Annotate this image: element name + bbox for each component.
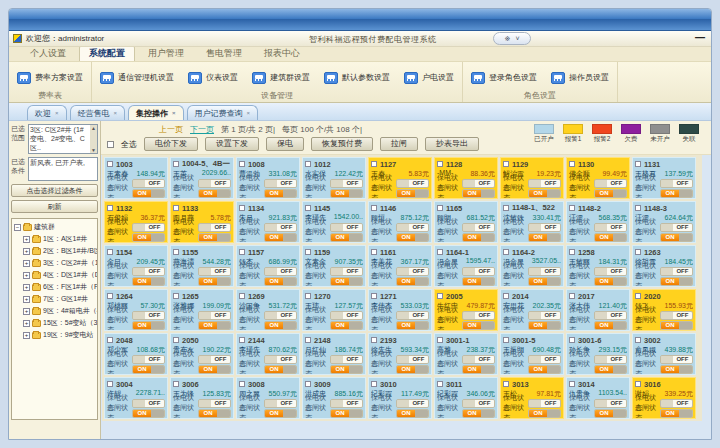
selected-condition-box[interactable]: 新风表, 已开户表, [28,157,98,181]
close-toggle[interactable]: ON [330,365,363,374]
tree-node-5[interactable]: +7区：G区1#井 [14,293,97,305]
protect-toggle[interactable]: OFF [594,399,627,408]
protect-toggle[interactable]: OFF [528,399,561,408]
close-toggle[interactable]: ON [528,233,561,242]
card-checkbox[interactable] [239,381,245,387]
collapse-icon[interactable]: − [14,224,21,231]
card-checkbox[interactable] [635,337,641,343]
ribbon-item[interactable]: 通信管理机设置 [100,72,174,84]
close-toggle[interactable]: ON [264,409,297,418]
expand-icon[interactable]: + [23,260,30,267]
refresh-button[interactable]: 刷新 [11,200,98,213]
protect-toggle[interactable]: OFF [132,355,165,364]
card-checkbox[interactable] [437,381,443,387]
protect-toggle[interactable]: OFF [660,223,693,232]
protect-toggle[interactable]: OFF [462,399,495,408]
close-toggle[interactable]: ON [528,409,561,418]
protect-toggle[interactable]: OFF [462,355,495,364]
protect-toggle[interactable]: OFF [264,267,297,276]
protect-toggle[interactable]: OFF [462,311,495,320]
protect-toggle[interactable]: OFF [330,267,363,276]
protect-toggle[interactable]: OFF [264,179,297,188]
protect-toggle[interactable]: OFF [660,355,693,364]
close-toggle[interactable]: ON [594,189,627,198]
protect-toggle[interactable]: OFF [660,267,693,276]
protect-toggle[interactable]: OFF [132,267,165,276]
protect-toggle[interactable]: OFF [264,399,297,408]
close-toggle[interactable]: ON [132,277,165,286]
choose-filter-button[interactable]: 点击选择过滤条件 [11,184,98,197]
card-checkbox[interactable] [239,161,245,167]
close-icon[interactable]: × [247,110,251,116]
ribbon-item[interactable]: 费率方案设置 [17,72,83,84]
ribbon-item[interactable]: 登录角色设置 [471,72,537,84]
expand-icon[interactable]: + [23,236,30,243]
close-toggle[interactable]: ON [462,277,495,286]
protect-toggle[interactable]: OFF [528,311,561,320]
close-toggle[interactable]: ON [594,409,627,418]
close-toggle[interactable]: ON [594,321,627,330]
protect-toggle[interactable]: OFF [198,399,231,408]
close-toggle[interactable]: ON [330,321,363,330]
protect-toggle[interactable]: OFF [198,179,231,188]
close-toggle[interactable]: ON [528,365,561,374]
card-checkbox[interactable] [173,249,179,255]
card-checkbox[interactable] [305,337,311,343]
card-checkbox[interactable] [635,205,641,211]
select-all-checkbox[interactable] [107,141,114,148]
close-toggle[interactable]: ON [594,233,627,242]
close-toggle[interactable]: ON [462,365,495,374]
protect-toggle[interactable]: OFF [528,267,561,276]
ribbon-tab-2[interactable]: 用户管理 [139,46,193,61]
protect-toggle[interactable]: OFF [396,179,429,188]
ribbon-tab-1[interactable]: 系统配置 [79,45,135,61]
protect-toggle[interactable]: OFF [594,223,627,232]
tree-node-2[interactable]: +3区：C区2#井（1#变电 [14,257,97,269]
range-scrollbar[interactable]: ▲ ▼ [90,125,97,153]
expand-icon[interactable]: + [23,296,30,303]
doc-tab-3[interactable]: 用户记费查询× [187,105,259,120]
protect-toggle[interactable]: OFF [396,399,429,408]
card-checkbox[interactable] [107,337,113,343]
close-toggle[interactable]: ON [396,189,429,198]
ribbon-tab-3[interactable]: 售电管理 [197,46,251,61]
protect-toggle[interactable]: OFF [660,179,693,188]
selected-range-list[interactable]: 3区: C区2#井 (1#变电、2#变电、C区.. ▲ ▼ [28,124,98,154]
protect-toggle[interactable]: OFF [330,223,363,232]
tree-node-4[interactable]: +6区：F区1#井（F区1# [14,281,97,293]
card-checkbox[interactable] [239,337,245,343]
close-toggle[interactable]: ON [132,189,165,198]
card-checkbox[interactable] [503,205,509,211]
ribbon-tab-0[interactable]: 个人设置 [21,46,75,61]
close-toggle[interactable]: ON [198,277,231,286]
protect-toggle[interactable]: OFF [198,267,231,276]
minimize-button[interactable]: — [695,32,705,43]
protect-toggle[interactable]: OFF [264,311,297,320]
close-toggle[interactable]: ON [132,233,165,242]
close-toggle[interactable]: ON [660,321,693,330]
card-checkbox[interactable] [371,249,377,255]
card-checkbox[interactable] [305,249,311,255]
close-toggle[interactable]: ON [462,189,495,198]
doc-tab-0[interactable]: 欢迎× [27,105,67,120]
doc-tab-1[interactable]: 经营售电× [70,105,126,120]
card-checkbox[interactable] [503,337,509,343]
card-checkbox[interactable] [305,161,311,167]
card-checkbox[interactable] [437,337,443,343]
close-icon[interactable]: × [172,110,176,116]
close-toggle[interactable]: ON [330,233,363,242]
toolbar-button-3[interactable]: 恢复预付费 [311,137,373,151]
expand-icon[interactable]: + [23,272,30,279]
close-toggle[interactable]: ON [264,365,297,374]
close-toggle[interactable]: ON [264,189,297,198]
close-toggle[interactable]: ON [660,189,693,198]
close-toggle[interactable]: ON [462,409,495,418]
card-checkbox[interactable] [173,161,179,167]
tree-node-7[interactable]: +15区：5#变站（3#变电 [14,317,97,329]
close-toggle[interactable]: ON [462,321,495,330]
close-toggle[interactable]: ON [396,365,429,374]
ribbon-item[interactable]: 户电设置 [404,72,454,84]
scroll-down-icon[interactable]: ▼ [90,147,97,153]
card-checkbox[interactable] [569,161,575,167]
scroll-up-icon[interactable]: ▲ [90,125,97,131]
